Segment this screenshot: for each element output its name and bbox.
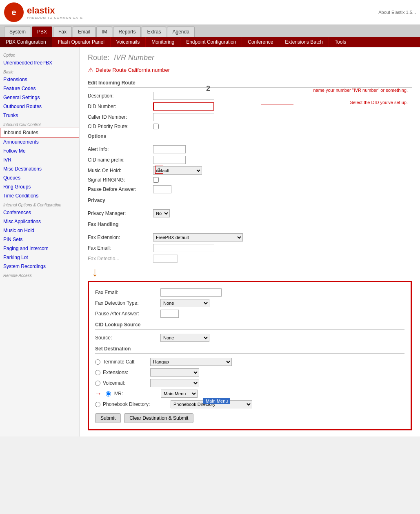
ivr-label: IVR:	[113, 391, 158, 397]
signal-checkbox[interactable]	[153, 177, 159, 183]
cid-lookup-header: CID Lookup Source	[95, 322, 404, 330]
sidebar-item-misc-applications[interactable]: Misc Applications	[0, 217, 79, 226]
privacy-section-header: Privacy	[88, 197, 412, 205]
sidebar-item-system-recordings[interactable]: System Recordings	[0, 262, 79, 271]
header: e elastix FREEDOM TO COMMUNICATE About E…	[0, 0, 420, 25]
voicemail-radio[interactable]	[95, 381, 100, 386]
did-input[interactable]	[153, 102, 214, 111]
clear-submit-button[interactable]: Clear Destination & Submit	[124, 413, 193, 423]
annotation-number-1: 1	[155, 166, 163, 174]
nav-pbx[interactable]: PBX	[32, 27, 52, 37]
alert-info-input[interactable]	[153, 145, 186, 153]
sidebar-inbound-label: Inbound Call Control	[0, 120, 79, 128]
sidebar-item-follow-me[interactable]: Follow Me	[0, 146, 79, 155]
ivr-row: → IVR: Main Menu Main Menu	[95, 390, 404, 398]
sidebar-item-time-conditions[interactable]: Time Conditions	[0, 191, 79, 200]
nav-reports[interactable]: Reports	[113, 27, 141, 37]
fax-email-label-top: Fax Email:	[88, 245, 153, 251]
sidebar-item-pin-sets[interactable]: PIN Sets	[0, 235, 79, 244]
ivr-select[interactable]: Main Menu	[161, 390, 198, 398]
sidebar-item-outbound-routes[interactable]: Outbound Routes	[0, 102, 79, 111]
extensions-row: Extensions:	[95, 368, 404, 377]
fax-extension-label: Fax Extension:	[88, 235, 153, 240]
ivr-dropdown-popup: Main Menu	[203, 398, 230, 404]
pause-input[interactable]	[153, 185, 171, 193]
nav-im[interactable]: IM	[96, 27, 112, 37]
annotation-number-2: 2	[206, 84, 210, 93]
sidebar-item-paging-intercom[interactable]: Paging and Intercom	[0, 244, 79, 253]
logo: e elastix FREEDOM TO COMMUNICATE	[4, 2, 83, 22]
fax-detection-select[interactable]: None	[160, 299, 209, 307]
nav-endpoint-config[interactable]: Endpoint Configuration	[180, 37, 242, 47]
privacy-manager-select[interactable]: No	[153, 209, 170, 217]
cid-priority-checkbox[interactable]	[153, 124, 159, 129]
terminate-select[interactable]: Hangup	[150, 358, 232, 366]
logo-tagline: FREEDOM TO COMMUNICATE	[27, 16, 83, 20]
main-layout: Option Unembedded freePBX Basic Extensio…	[0, 47, 420, 436]
alert-info-label: Alert Info:	[88, 146, 153, 152]
nav-fax[interactable]: Fax	[53, 27, 72, 37]
extensions-radio[interactable]	[95, 370, 100, 375]
sidebar-item-extensions[interactable]: Extensions	[0, 75, 79, 84]
sidebar-item-feature-codes[interactable]: Feature Codes	[0, 84, 79, 93]
fax-email-input[interactable]	[160, 288, 222, 297]
submit-button[interactable]: Submit	[95, 413, 121, 423]
cid-name-input[interactable]	[153, 156, 186, 164]
content-area: Route: IVR Number ⚠ Delete Route Califor…	[80, 47, 420, 436]
nav-extras[interactable]: Extras	[142, 27, 166, 37]
phonebook-label: Phonebook Directory:	[103, 401, 168, 407]
terminate-radio[interactable]	[95, 359, 100, 365]
ivr-arrow-icon: →	[95, 390, 102, 397]
sidebar-item-inbound-routes[interactable]: Inbound Routes	[0, 128, 79, 137]
arrow-down-icon: ↓	[92, 265, 412, 279]
sidebar-item-trunks[interactable]: Trunks	[0, 111, 79, 120]
nav-monitoring[interactable]: Monitoring	[146, 37, 180, 47]
caller-id-input[interactable]	[153, 113, 214, 121]
pause-after-row: Pause After Answer:	[95, 310, 404, 318]
annotation-line-1	[261, 94, 293, 94]
annotation-text-1: name your number "IVR number" or somethi…	[313, 88, 408, 93]
sidebar-item-music-on-hold[interactable]: Music on Hold	[0, 226, 79, 235]
second-nav: PBX Configuration Flash Operator Panel V…	[0, 37, 420, 47]
nav-voicemails[interactable]: Voicemails	[111, 37, 146, 47]
nav-conference[interactable]: Conference	[242, 37, 279, 47]
nav-tools[interactable]: Tools	[329, 37, 352, 47]
nav-pbx-config[interactable]: PBX Configuration	[0, 37, 52, 47]
sidebar-item-queues[interactable]: Queues	[0, 173, 79, 182]
nav-email[interactable]: Email	[73, 27, 96, 37]
delete-route-link[interactable]: ⚠ Delete Route California number	[88, 66, 412, 74]
source-select[interactable]: None	[160, 334, 209, 342]
nav-flash-operator[interactable]: Flash Operator Panel	[52, 37, 111, 47]
cid-name-row: CID name prefix:	[88, 156, 412, 164]
phonebook-row: Phonebook Directory: Phonebook Directory	[95, 400, 404, 408]
nav-agenda[interactable]: Agenda	[167, 27, 194, 37]
nav-extensions-batch[interactable]: Extensions Batch	[279, 37, 329, 47]
sidebar-item-ivr[interactable]: IVR	[0, 155, 79, 164]
privacy-manager-label: Privacy Manager:	[88, 210, 153, 216]
signal-label: Signal RINGING:	[88, 177, 153, 183]
sidebar-item-unembedded-freepbx[interactable]: Unembedded freePBX	[0, 58, 79, 67]
cid-priority-row: CID Priority Route:	[88, 124, 412, 129]
fax-extension-select[interactable]: FreePBX default	[153, 233, 243, 241]
alert-info-row: Alert Info:	[88, 145, 412, 153]
voicemail-select[interactable]	[150, 379, 199, 387]
music-hold-label: Music On Hold:	[88, 168, 153, 173]
sidebar-item-announcements[interactable]: Announcements	[0, 137, 79, 146]
ivr-radio[interactable]	[106, 391, 111, 397]
sidebar-item-conferences[interactable]: Conferences	[0, 208, 79, 217]
sidebar-item-misc-destinations[interactable]: Misc Destinations	[0, 164, 79, 173]
nav-system[interactable]: System	[4, 27, 31, 37]
pause-after-input[interactable]	[160, 310, 179, 318]
route-name: IVR Number	[114, 53, 154, 62]
delete-icon: ⚠	[88, 66, 93, 74]
phonebook-radio[interactable]	[95, 402, 100, 407]
description-input[interactable]	[153, 92, 214, 100]
sidebar-item-general-settings[interactable]: General Settings	[0, 93, 79, 102]
pause-label: Pause Before Answer:	[88, 186, 153, 192]
extensions-select[interactable]	[150, 368, 199, 377]
sidebar-remote-label: Remote Access	[0, 271, 79, 279]
sidebar-item-parking-lot[interactable]: Parking Lot	[0, 253, 79, 262]
sidebar-item-ring-groups[interactable]: Ring Groups	[0, 182, 79, 191]
fax-email-row: Fax Email:	[95, 288, 404, 297]
fax-email-input-top[interactable]	[153, 244, 214, 252]
